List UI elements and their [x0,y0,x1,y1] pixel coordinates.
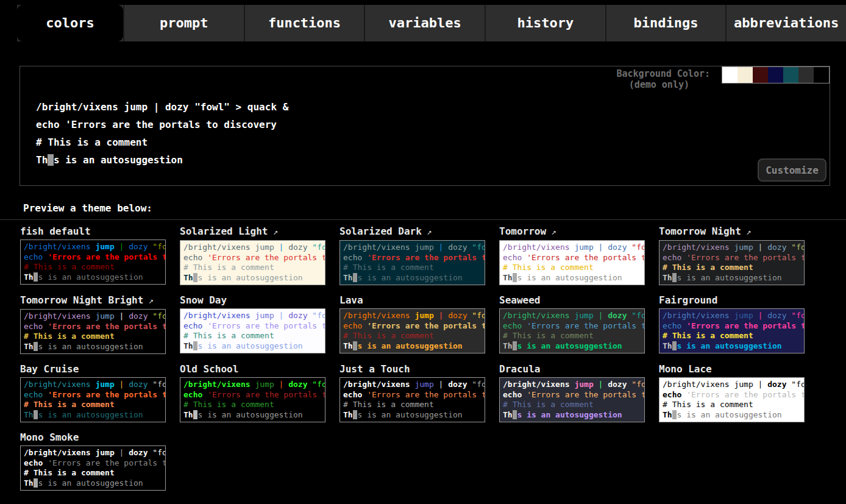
segment-autosuggestion: s is an autosuggestion [38,342,143,351]
theme-grid: fish default/bright/vixens jump | dozy "… [20,225,832,491]
sample-line-3: # This is a comment [24,332,162,342]
theme-dracula: Dracula/bright/vixens jump | dozy "fowl"… [499,363,645,422]
sample-line-3: # This is a comment [183,331,322,341]
segment-space [115,380,119,389]
segment-space [362,390,367,399]
sample-line-3: # This is a comment [503,331,641,341]
segment-jump: jump [574,243,593,252]
segment-quack: quack [247,101,277,113]
segment-echo: echo [24,458,43,467]
segment-space [753,243,758,252]
theme-preview-card-mono-lace[interactable]: /bright/vixens jump | dozy "fowl" > quac… [659,377,805,422]
segment-echo: echo [24,390,43,399]
external-link-icon[interactable]: ↗ [268,227,279,236]
segment-autosuggestion: s is an autosuggestion [197,273,302,282]
segment-space [434,380,439,389]
theme-preview-card-snow-day[interactable]: /bright/vixens jump | dozy "fowl" > quac… [180,308,325,353]
theme-bay-cruise: Bay Cruise/bright/vixens jump | dozy "fo… [20,363,166,422]
sample-line-4: This is an autosuggestion [663,410,801,421]
theme-preview-card-fish-default[interactable]: /bright/vixens jump | dozy "fowl" > quac… [20,240,166,285]
segment-comment: # This is a comment [663,263,753,272]
segment-autosuggestion: s is an autosuggestion [517,341,622,350]
bg-swatch-teal[interactable] [783,67,798,83]
tab-prompt[interactable]: prompt [123,5,244,41]
segment-echo: echo [183,253,202,262]
segment-path: /bright/vixens [343,243,410,252]
segment-echo: echo [663,390,681,399]
theme-preview-card-tomorrow-night-bright[interactable]: /bright/vixens jump | dozy "fowl" > quac… [20,309,166,354]
segment-error: 'Errors are the portals to discovery [527,390,645,399]
theme-preview-card-mono-smoke[interactable]: /bright/vixens jump | dozy "fowl" > quac… [20,445,166,491]
segment-space [277,101,283,113]
segment-space [753,380,758,389]
theme-preview-card-old-school[interactable]: /bright/vixens jump | dozy "fowl" > quac… [180,377,325,422]
sample-line-3: # This is a comment [503,263,641,273]
theme-preview-card-seaweed[interactable]: /bright/vixens jump | dozy "fowl" > quac… [499,308,645,353]
segment-dozy: dozy [608,243,627,252]
sample-line-4: This is an autosuggestion [503,273,641,283]
theme-preview-card-dracula[interactable]: /bright/vixens jump | dozy "fowl" > quac… [499,377,645,422]
customize-button[interactable]: Customize [758,158,826,182]
theme-preview-card-bay-cruise[interactable]: /bright/vixens jump | dozy "fowl" > quac… [20,377,166,422]
segment-quote: "fowl" [472,311,485,320]
tab-variables[interactable]: variables [364,5,485,41]
sample-line-4: This is an autosuggestion [343,410,482,421]
segment-comment: # This is a comment [343,400,434,409]
theme-title-tomorrow-night-bright: Tomorrow Night Bright ↗ [20,294,166,307]
theme-title-mono-lace: Mono Lace [659,363,805,375]
sample-line-3: # This is a comment [24,400,162,410]
theme-title-seaweed: Seaweed [499,294,645,306]
bg-swatch-cream[interactable] [738,67,753,83]
segment-echo: echo [183,321,202,330]
sample-line-1: /bright/vixens jump | dozy "fowl" > quac… [24,448,162,458]
bg-swatch-dark-gray[interactable] [798,67,814,83]
theme-preview-card-solarized-light[interactable]: /bright/vixens jump | dozy "fowl" > quac… [180,240,325,285]
segment-quote: "fowl" [194,101,230,113]
theme-title-solarized-dark: Solarized Dark ↗ [339,225,485,238]
sample-line-4: This is an autosuggestion [36,151,288,169]
tab-colors[interactable]: colors [17,5,123,41]
section-divider [0,219,846,220]
tab-history[interactable]: history [485,5,605,41]
tab-abbreviations[interactable]: abbreviations [725,5,846,41]
external-link-icon[interactable]: ↗ [741,227,752,236]
sample-line-1: /bright/vixens jump | dozy "fowl" > quac… [183,380,322,390]
theme-preview-card-lava[interactable]: /bright/vixens jump | dozy "fowl" > quac… [339,308,485,353]
segment-th: Th [24,272,34,282]
segment-space [522,253,527,262]
bg-swatch-white[interactable] [722,67,738,83]
theme-lava: Lava/bright/vixens jump | dozy "fowl" > … [339,294,485,354]
theme-solarized-dark: Solarized Dark ↗/bright/vixens jump | do… [339,225,485,285]
segment-space [43,390,48,399]
external-link-icon[interactable]: ↗ [422,227,432,236]
segment-dozy: dozy [608,311,627,320]
segment-error: 'Errors are the portals to discovery [207,390,325,399]
theme-fish-default: fish default/bright/vixens jump | dozy "… [20,225,166,285]
sample-line-1: /bright/vixens jump | dozy "fowl" > quac… [503,311,641,321]
theme-preview-card-fairground[interactable]: /bright/vixens jump | dozy "fowl" > quac… [659,308,805,353]
theme-solarized-light: Solarized Light ↗/bright/vixens jump | d… [180,225,325,285]
theme-title-solarized-light: Solarized Light ↗ [180,225,325,238]
bg-swatch-black[interactable] [814,67,829,83]
external-link-icon[interactable]: ↗ [546,227,556,236]
theme-preview-card-tomorrow[interactable]: /bright/vixens jump | dozy "fowl" > quac… [499,240,645,285]
segment-echo: echo [24,252,43,261]
segment-autosuggestion: s is an autosuggestion [197,410,302,419]
sample-line-1: /bright/vixens jump | dozy "fowl" > quac… [183,243,322,253]
segment-th: Th [24,342,34,351]
theme-preview-card-tomorrow-night[interactable]: /bright/vixens jump | dozy "fowl" > quac… [659,240,805,285]
segment-th: Th [343,273,353,282]
segment-comment: # This is a comment [36,137,148,148]
theme-preview-card-just-a-touch[interactable]: /bright/vixens jump | dozy "fowl" > quac… [339,377,485,422]
segment-quote: "fowl" [312,380,325,389]
segment-space [118,101,124,113]
external-link-icon[interactable]: ↗ [143,296,154,305]
theme-preview-card-solarized-dark[interactable]: /bright/vixens jump | dozy "fowl" > quac… [339,240,485,285]
segment-comment: # This is a comment [24,400,115,409]
tab-functions[interactable]: functions [244,5,364,41]
segment-space [43,252,48,261]
theme-just-a-touch: Just a Touch/bright/vixens jump | dozy "… [339,363,485,422]
bg-swatch-navy[interactable] [768,67,783,83]
bg-swatch-dark-red[interactable] [753,67,768,83]
tab-bindings[interactable]: bindings [605,5,726,41]
